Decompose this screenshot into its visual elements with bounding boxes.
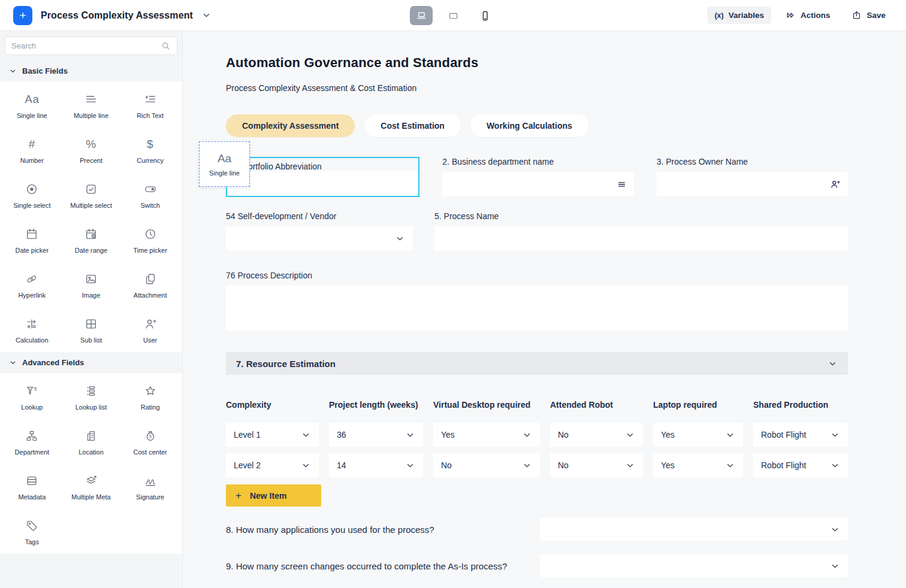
field-process-description[interactable]: 76 Process Description	[226, 271, 848, 331]
new-item-button[interactable]: + New Item	[226, 484, 321, 507]
field-type-rich-text[interactable]: Rich Text	[120, 92, 180, 119]
rich-text-icon	[144, 92, 157, 107]
desktop-preview-button[interactable]	[410, 6, 433, 25]
process-owner-input[interactable]	[657, 172, 848, 196]
field-type-label: Precent	[80, 157, 102, 164]
chevron-down-icon	[625, 430, 635, 440]
plus-icon: +	[235, 490, 241, 502]
field-type-time-picker[interactable]: Time picker	[120, 227, 180, 254]
actions-icon	[786, 10, 796, 20]
chevron-down-icon[interactable]	[201, 10, 212, 20]
field-type-date-range[interactable]: Date range	[62, 227, 121, 254]
field-type-hyperlink[interactable]: Hyperlink	[2, 272, 62, 299]
table-cell-dropdown[interactable]: Level 2	[226, 453, 319, 477]
field-type-multiple-line[interactable]: Multiple line	[62, 92, 121, 119]
field-type-label: Hyperlink	[18, 292, 46, 299]
table-cell-dropdown[interactable]: No	[433, 453, 540, 477]
field-type-rating[interactable]: Rating	[120, 384, 180, 411]
table-cell-dropdown[interactable]: Level 1	[226, 423, 319, 447]
field-type-signature[interactable]: Signature	[120, 474, 180, 501]
drag-ghost-single-line[interactable]: Aa Single line	[199, 141, 250, 187]
sidebar-section-basic-fields[interactable]: Basic Fields	[0, 60, 182, 81]
field-type-department[interactable]: Department	[2, 429, 62, 456]
field-type-date-picker[interactable]: Date picker	[2, 227, 62, 254]
search-input[interactable]	[11, 41, 161, 50]
actions-button[interactable]: Actions	[778, 6, 838, 25]
field-process-owner-name[interactable]: 3. Process Owner Name	[657, 157, 848, 197]
field-type-lookup[interactable]: Lookup	[2, 384, 62, 411]
field-type-location[interactable]: Location	[62, 429, 121, 456]
field-type-attachment[interactable]: Attachment	[120, 272, 180, 299]
field-type-metadata[interactable]: Metadata	[2, 474, 62, 501]
tablet-preview-button[interactable]	[442, 6, 464, 25]
self-development-vendor-select[interactable]	[226, 226, 413, 250]
field-type-multiple-select[interactable]: Multiple select	[62, 182, 121, 209]
chevron-down-icon	[522, 460, 532, 471]
field-type-calculation[interactable]: Calculation	[2, 317, 62, 344]
field-portfolio-abbreviation[interactable]: 1. Portfolio Abbreviation	[226, 157, 419, 197]
table-cell-dropdown[interactable]: Yes	[653, 453, 743, 477]
dropdown-value: Level 1	[234, 430, 261, 440]
process-name-input[interactable]	[434, 226, 848, 251]
user-plus-icon	[144, 317, 157, 331]
field-type-lookup-list[interactable]: Lookup list	[62, 384, 121, 411]
field-type-cost-center[interactable]: $Cost center	[120, 429, 180, 456]
laptop-icon	[415, 10, 428, 22]
table-cell-dropdown[interactable]: Yes	[653, 423, 743, 447]
field-type-sub-list[interactable]: Sub list	[62, 317, 121, 344]
portfolio-abbreviation-input[interactable]	[227, 171, 418, 196]
variables-icon: (x)	[714, 11, 723, 20]
sidebar-section-advanced-fields[interactable]: Advanced Fields	[0, 352, 182, 373]
field-type-label: Rich Text	[137, 112, 164, 119]
add-form-button[interactable]: +	[13, 6, 32, 25]
field-type-image[interactable]: Image	[62, 272, 121, 299]
menu-icon[interactable]	[617, 179, 627, 189]
field-type-label: Multiple select	[70, 202, 112, 209]
table-cell-dropdown[interactable]: 36	[329, 423, 423, 447]
resource-estimation-section-header[interactable]: 7. Resource Estimation	[226, 352, 848, 375]
field-type-tags[interactable]: Tags	[2, 519, 62, 545]
mobile-icon	[479, 10, 491, 22]
table-cell-dropdown[interactable]: Robot Flight	[753, 423, 848, 447]
field-business-department-name[interactable]: 2. Business department name	[442, 157, 633, 197]
field-process-name[interactable]: 5. Process Name	[434, 211, 848, 251]
question-8-select[interactable]	[540, 518, 848, 541]
advanced-fields-grid: LookupLookup listRatingDepartmentLocatio…	[0, 373, 182, 554]
question-9-select[interactable]	[540, 554, 848, 577]
dropdown-value: Robot Flight	[761, 460, 806, 470]
field-type-number[interactable]: #Number	[2, 137, 62, 164]
field-type-single-select[interactable]: Single select	[2, 182, 62, 209]
chevron-down-icon	[830, 430, 840, 440]
field-type-switch[interactable]: Switch	[120, 182, 180, 209]
field-type-label: Switch	[140, 202, 159, 209]
save-button[interactable]: Save	[844, 6, 893, 25]
tab-complexity-assessment[interactable]: Complexity Assessment	[226, 114, 355, 137]
table-cell-dropdown[interactable]: No	[550, 423, 643, 447]
process-description-textarea[interactable]	[226, 286, 848, 331]
table-cell-dropdown[interactable]: Yes	[433, 423, 540, 447]
field-type-multiple-meta[interactable]: Multiple Meta	[62, 474, 121, 501]
mobile-preview-button[interactable]	[473, 6, 496, 25]
variables-button[interactable]: (x) Variables	[707, 7, 771, 24]
field-question-8: 8. How many applications you used for th…	[226, 518, 848, 541]
field-label: 1. Portfolio Abbreviation	[227, 158, 418, 171]
user-plus-icon[interactable]	[829, 178, 841, 190]
currency-icon: $	[147, 137, 153, 151]
table-cell-dropdown[interactable]: Robot Flight	[753, 453, 848, 477]
time-picker-icon	[144, 227, 157, 241]
field-type-label: Signature	[136, 493, 164, 501]
column-header: Attended Robot	[550, 400, 643, 410]
field-type-label: Attachment	[134, 292, 167, 299]
table-cell-dropdown[interactable]: 14	[329, 453, 423, 477]
field-type-single-line[interactable]: AaSingle line	[2, 92, 62, 119]
chevron-down-icon	[830, 460, 840, 471]
field-self-development-vendor[interactable]: 54 Self-development / Vendor	[226, 211, 413, 251]
tab-cost-estimation[interactable]: Cost Estimation	[364, 114, 461, 137]
tab-working-calculations[interactable]: Working Calculations	[470, 114, 588, 137]
table-cell-dropdown[interactable]: No	[550, 453, 643, 477]
chevron-down-icon[interactable]	[828, 359, 838, 369]
field-type-precent[interactable]: %Precent	[62, 137, 121, 164]
field-type-currency[interactable]: $Currency	[120, 137, 180, 164]
field-type-user[interactable]: User	[120, 317, 180, 344]
business-department-input[interactable]	[442, 172, 633, 196]
